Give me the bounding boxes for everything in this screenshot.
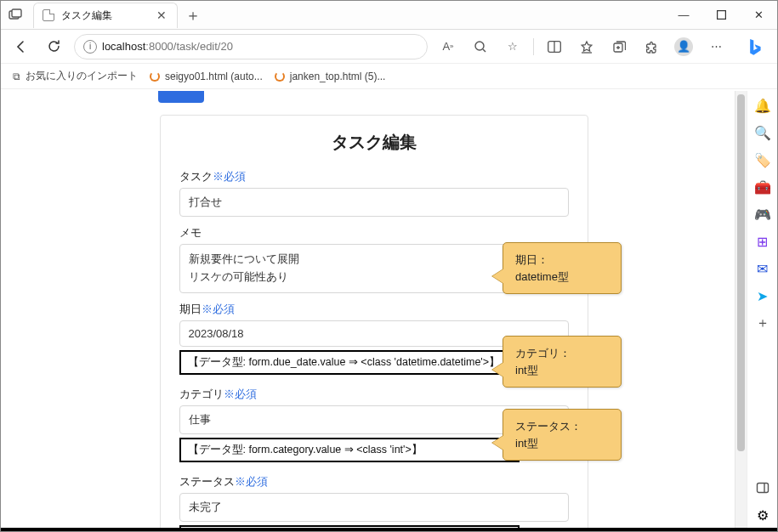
svg-rect-2 xyxy=(717,11,725,20)
split-screen-icon[interactable] xyxy=(542,35,566,59)
task-input[interactable]: 打合せ xyxy=(179,188,569,217)
svg-point-3 xyxy=(475,42,484,50)
collections-icon[interactable] xyxy=(607,35,631,59)
html-file-icon xyxy=(150,71,160,82)
bing-sidebar-button[interactable] xyxy=(740,32,769,61)
tab-title: タスク編集 xyxy=(61,8,148,23)
edge-sidebar: 🔔 🔍 🏷️ 🧰 🎮 ⊞ ✉ ➤ ＋ ⚙ xyxy=(747,91,777,531)
import-favorites-icon: ⧉ xyxy=(13,71,20,82)
divider xyxy=(533,38,534,55)
rail-send-icon[interactable]: ➤ xyxy=(753,286,772,305)
new-tab-button[interactable]: ＋ xyxy=(183,5,203,25)
memo-label: メモ xyxy=(179,225,569,241)
bookmark-seigyo[interactable]: seigyo01.html (auto... xyxy=(150,71,263,82)
status-select[interactable]: 未完了 xyxy=(179,493,569,522)
browser-tab[interactable]: タスク編集 ✕ xyxy=(33,3,178,28)
tab-close-button[interactable]: ✕ xyxy=(155,8,168,22)
task-label: タスク※必須 xyxy=(179,169,569,184)
bookmark-janken[interactable]: janken_top.html (5)... xyxy=(275,71,386,82)
svg-rect-8 xyxy=(757,484,768,493)
search-icon[interactable] xyxy=(469,35,492,59)
site-info-icon[interactable]: i xyxy=(83,40,97,54)
svg-rect-1 xyxy=(12,9,21,17)
partial-button-stub xyxy=(158,91,204,103)
callout-category: カテゴリ： int型 xyxy=(503,336,622,388)
refresh-button[interactable] xyxy=(42,35,65,59)
favorite-icon[interactable]: ☆ xyxy=(501,35,525,59)
rail-settings-icon[interactable]: ⚙ xyxy=(753,506,772,524)
url-text: localhost:8000/task/edit/20 xyxy=(102,40,233,53)
address-bar[interactable]: i localhost:8000/task/edit/20 xyxy=(74,34,428,59)
rail-outlook-icon[interactable]: ✉ xyxy=(753,259,772,278)
rail-tools-icon[interactable]: 🧰 xyxy=(753,178,772,196)
callout-date: 期日： datetime型 xyxy=(503,242,622,294)
status-label: ステータス※必須 xyxy=(179,474,569,490)
callout-status: ステータス： int型 xyxy=(503,409,622,461)
rail-shopping-icon[interactable]: 🏷️ xyxy=(753,150,772,169)
page-title: タスク編集 xyxy=(179,131,569,154)
favorites-hub-icon[interactable] xyxy=(575,35,599,59)
window-maximize-button[interactable] xyxy=(702,2,740,29)
bookmark-import[interactable]: ⧉ お気に入りのインポート xyxy=(13,69,138,83)
back-button[interactable] xyxy=(9,35,33,59)
date-type-debug: 【データ型: form.due_date.value ⇒ <class 'dat… xyxy=(179,350,520,375)
profile-button[interactable]: 👤 xyxy=(672,35,696,59)
extensions-icon[interactable] xyxy=(639,35,663,59)
rail-add-icon[interactable]: ＋ xyxy=(753,314,772,332)
html-file-icon xyxy=(275,71,285,82)
page-icon xyxy=(43,9,54,21)
more-menu-button[interactable]: ⋯ xyxy=(704,35,728,59)
rail-office-icon[interactable]: ⊞ xyxy=(753,232,772,251)
window-close-button[interactable]: ✕ xyxy=(740,2,777,29)
date-label: 期日※必須 xyxy=(179,302,569,317)
tabs-overview-button[interactable] xyxy=(1,8,30,22)
rail-games-icon[interactable]: 🎮 xyxy=(753,205,772,224)
category-label: カテゴリ※必須 xyxy=(179,387,569,402)
window-minimize-button[interactable]: — xyxy=(665,2,702,29)
rail-collapse-icon[interactable] xyxy=(753,478,772,497)
rail-search-icon[interactable]: 🔍 xyxy=(753,123,772,142)
rail-notifications-icon[interactable]: 🔔 xyxy=(753,96,772,115)
read-aloud-icon[interactable]: A» xyxy=(436,35,460,59)
category-type-debug: 【データ型: form.category.value ⇒ <class 'int… xyxy=(179,438,520,462)
task-edit-form: タスク編集 タスク※必須 打合せ メモ 新規要件について展開 リスケの可能性あり… xyxy=(160,115,588,531)
bottom-edge xyxy=(1,528,777,531)
